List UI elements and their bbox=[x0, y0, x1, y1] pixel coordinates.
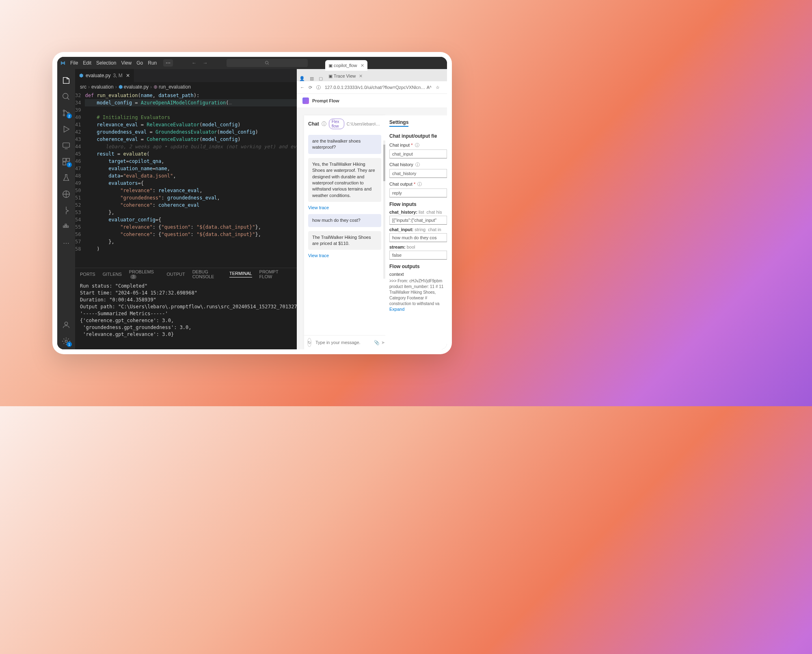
app-title: Prompt Flow bbox=[312, 98, 339, 103]
workspaces-icon[interactable]: ▥ bbox=[307, 76, 316, 81]
code-editor[interactable]: 3234394041424344454647484950515253545556… bbox=[75, 92, 297, 268]
flow-badge: Flex flow bbox=[329, 119, 344, 129]
chat-output-field[interactable]: reply bbox=[389, 188, 447, 197]
info-icon[interactable]: ⓘ bbox=[415, 162, 420, 167]
address-bar: ← ⟳ ⓘ 127.0.0.1:23333/v1.0/ui/chat/?flow… bbox=[297, 81, 447, 94]
breadcrumb[interactable]: src›evaluation›⬢evaluate.py›⊕run_evaluat… bbox=[75, 82, 297, 92]
chat-bubble: Yes, the TrailWalker Hiking Shoes are wa… bbox=[308, 158, 381, 202]
chat-title: Chat bbox=[308, 121, 319, 127]
svg-rect-17 bbox=[65, 224, 67, 226]
account-icon[interactable] bbox=[61, 320, 71, 330]
promptflow-icon[interactable] bbox=[61, 206, 71, 215]
svg-rect-15 bbox=[65, 226, 67, 227]
context-value: >>> From: cHJvZHVjdF9pbm product item_nu… bbox=[389, 278, 447, 307]
app-header: Prompt Flow bbox=[297, 94, 447, 108]
tab-actions-icon[interactable]: ▢ bbox=[316, 76, 325, 81]
chat-bubble: The TrailWalker Hiking Shoes are priced … bbox=[308, 231, 381, 250]
nav-back-icon[interactable]: ← bbox=[300, 85, 304, 90]
favorite-icon[interactable]: ☆ bbox=[436, 85, 440, 90]
titlebar: ⋈ FileEditSelectionViewGoRun ⋯ ← → bbox=[57, 57, 447, 69]
info-icon[interactable]: ⓘ bbox=[415, 143, 419, 147]
view-trace-link[interactable]: View trace bbox=[308, 253, 381, 258]
expand-link[interactable]: Expand bbox=[389, 307, 447, 312]
close-icon[interactable]: ✕ bbox=[126, 73, 130, 78]
menu-selection[interactable]: Selection bbox=[96, 60, 116, 66]
svg-point-5 bbox=[63, 115, 65, 116]
info-icon[interactable]: ⓘ bbox=[417, 182, 422, 186]
remote-icon[interactable] bbox=[61, 141, 71, 150]
svg-point-4 bbox=[63, 110, 65, 112]
flask-icon[interactable] bbox=[61, 173, 71, 183]
url-text[interactable]: 127.0.0.1:23333/v1.0/ui/chat/?flow=QzpcV… bbox=[325, 85, 427, 90]
azure-icon[interactable] bbox=[61, 189, 71, 199]
chat-bubble: are the trailwalker shoes waterproof? bbox=[308, 135, 381, 154]
input-stream-field[interactable]: false bbox=[389, 251, 447, 260]
menu-file[interactable]: File bbox=[70, 60, 78, 66]
svg-point-2 bbox=[63, 93, 68, 99]
scm-icon[interactable]: 2 bbox=[61, 108, 71, 118]
terminal-output[interactable]: Run status: "Completed"Start time: "2024… bbox=[75, 280, 297, 349]
scrollbar-thumb[interactable] bbox=[383, 145, 385, 181]
more-icon[interactable]: ⋯ bbox=[61, 238, 71, 248]
run-debug-icon[interactable] bbox=[61, 124, 71, 134]
search-icon[interactable] bbox=[61, 92, 71, 102]
restart-icon[interactable]: ↻ bbox=[307, 338, 311, 347]
promptflow-logo-icon bbox=[302, 97, 309, 104]
panel-tab-output[interactable]: OUTPUT bbox=[166, 272, 185, 277]
chat-history-field[interactable]: chat_history bbox=[389, 169, 447, 178]
chat-history-label: Chat history ⓘ bbox=[389, 162, 447, 168]
chat-input[interactable] bbox=[315, 340, 372, 345]
menu-overflow[interactable]: ⋯ bbox=[163, 59, 173, 67]
browser-tabs: 👤 ▥ ▢ ▣ copilot_flow✕▣ Trace View✕ bbox=[297, 69, 447, 81]
view-trace-link[interactable]: View trace bbox=[308, 205, 381, 210]
panel-tab-prompt-flow[interactable]: PROMPT FLOW bbox=[259, 269, 285, 279]
panel-tab-terminal[interactable]: TERMINAL bbox=[229, 271, 252, 277]
chat-input-label: Chat input * ⓘ bbox=[389, 142, 447, 148]
close-icon[interactable]: ✕ bbox=[361, 63, 364, 68]
command-search[interactable] bbox=[227, 59, 308, 67]
menu-view[interactable]: View bbox=[121, 60, 132, 66]
chat-input-field[interactable]: chat_input bbox=[389, 149, 447, 158]
panel-tab-problems[interactable]: PROBLEMS3 bbox=[129, 269, 160, 279]
input-chat-history-field[interactable]: [{"inputs":{"chat_input" bbox=[389, 216, 447, 225]
attach-icon[interactable]: 📎 bbox=[374, 340, 380, 345]
file-tab[interactable]: ⬢ evaluate.py 3, M ✕ bbox=[75, 69, 134, 82]
nav-arrows: ← → bbox=[189, 60, 210, 66]
svg-point-18 bbox=[65, 322, 67, 325]
menu-edit[interactable]: Edit bbox=[83, 60, 91, 66]
panel-tab-debug-console[interactable]: DEBUG CONSOLE bbox=[192, 269, 222, 279]
nav-back[interactable]: ← bbox=[192, 60, 197, 66]
panel-tab-gitlens[interactable]: GITLENS bbox=[103, 272, 122, 277]
profile-icon[interactable]: 👤 bbox=[297, 76, 307, 81]
refresh-icon[interactable]: ⟳ bbox=[309, 85, 312, 90]
settings-title: Settings bbox=[389, 119, 408, 127]
menu-run[interactable]: Run bbox=[148, 60, 157, 66]
info-icon[interactable]: ⓘ bbox=[322, 121, 326, 128]
explorer-icon[interactable] bbox=[61, 76, 71, 85]
send-icon[interactable]: ➤ bbox=[381, 340, 385, 345]
tab-status: 3, M bbox=[113, 73, 122, 78]
nav-forward[interactable]: → bbox=[203, 60, 208, 66]
vscode-logo-icon: ⋈ bbox=[60, 60, 65, 66]
extensions-icon[interactable]: 7 bbox=[61, 157, 71, 167]
chat-input-bar: ↻ 📎 ➤ bbox=[304, 335, 385, 349]
read-aloud-icon[interactable]: Aᴬ bbox=[427, 85, 432, 90]
chat-output-label: Chat output * ⓘ bbox=[389, 181, 447, 187]
browser-tab[interactable]: ▣ Trace View✕ bbox=[325, 71, 367, 81]
close-icon[interactable]: ✕ bbox=[359, 74, 363, 79]
docker-icon[interactable] bbox=[61, 222, 71, 232]
site-info-icon[interactable]: ⓘ bbox=[316, 84, 321, 91]
svg-marker-7 bbox=[64, 126, 69, 132]
svg-rect-10 bbox=[63, 158, 66, 161]
browser-tab[interactable]: ▣ copilot_flow✕ bbox=[325, 60, 367, 71]
settings-gear-icon[interactable]: 1 bbox=[61, 336, 71, 346]
input-chat-input-field[interactable]: how much do they cos bbox=[389, 233, 447, 242]
browser-pane: 👤 ▥ ▢ ▣ copilot_flow✕▣ Trace View✕ ← ⟳ ⓘ… bbox=[297, 69, 447, 349]
svg-line-1 bbox=[268, 64, 269, 65]
svg-rect-11 bbox=[67, 158, 69, 161]
svg-point-0 bbox=[265, 61, 268, 64]
menu-go[interactable]: Go bbox=[136, 60, 143, 66]
panel-tab-ports[interactable]: PORTS bbox=[80, 272, 95, 277]
tab-filename: evaluate.py bbox=[86, 73, 110, 78]
input-chat-input: chat_input:string chat in bbox=[389, 227, 447, 232]
